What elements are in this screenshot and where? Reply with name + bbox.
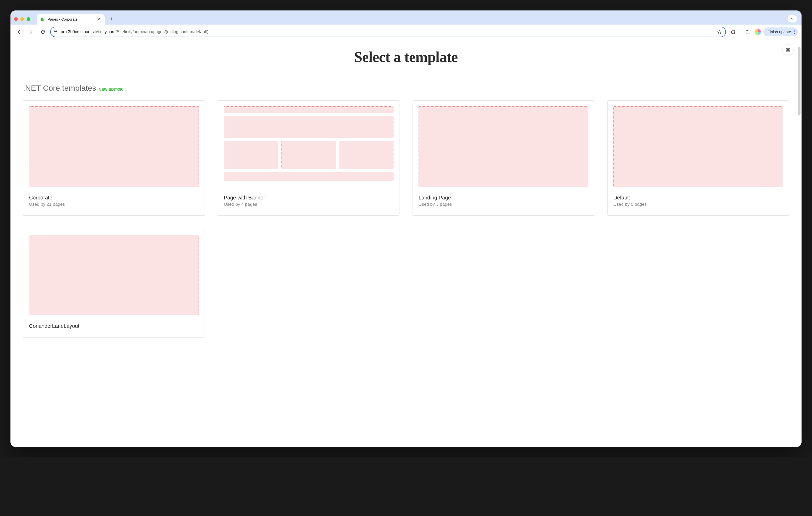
sitefinity-favicon-icon <box>40 17 45 22</box>
url-path: /Sitefinity/adminapp/pages/(dialog:confi… <box>116 30 208 34</box>
template-card[interactable]: Page with BannerUsed by 4 pages <box>218 100 400 216</box>
template-usage: Used by 4 pages <box>224 202 394 207</box>
close-dialog-button[interactable]: ✖ <box>782 44 794 56</box>
bookmark-star-icon[interactable] <box>716 29 723 35</box>
section-heading: .NET Core templates NEW EDITOR <box>23 84 789 93</box>
media-control-icon[interactable] <box>743 27 752 37</box>
template-card[interactable]: DefaultUsed by 0 pages <box>607 100 789 216</box>
dialog-content: ✖ Select a template .NET Core templates … <box>10 39 802 447</box>
extensions-icon[interactable] <box>728 27 738 37</box>
site-info-icon[interactable] <box>53 30 58 34</box>
template-thumbnail <box>608 101 789 189</box>
template-info: Page with BannerUsed by 4 pages <box>218 189 400 215</box>
template-cards-grid: CorporateUsed by 21 pagesPage with Banne… <box>23 100 789 338</box>
template-usage: Used by 21 pages <box>29 202 199 207</box>
nav-reload-button[interactable] <box>38 27 48 37</box>
kebab-icon <box>794 30 795 34</box>
tab-strip: Pages - Corporate ✕ + <box>10 10 802 25</box>
template-info: CorianderLaneLayout <box>23 318 205 337</box>
browser-window: Pages - Corporate ✕ + <box>10 10 802 447</box>
url-text: pro.3b0ce.cloud.sitefinity.com/Sitefinit… <box>61 30 714 34</box>
template-usage: Used by 3 pages <box>418 202 588 207</box>
template-usage: Used by 0 pages <box>613 202 783 207</box>
window-close-button[interactable] <box>14 17 18 21</box>
browser-toolbar: pro.3b0ce.cloud.sitefinity.com/Sitefinit… <box>10 25 802 39</box>
tabs-dropdown-button[interactable] <box>788 15 797 23</box>
template-thumbnail <box>23 229 205 318</box>
window-controls <box>14 17 30 21</box>
tab-close-button[interactable]: ✕ <box>96 17 101 22</box>
scrollbar[interactable] <box>798 47 801 115</box>
new-editor-badge: NEW EDITOR <box>99 87 123 91</box>
template-card[interactable]: CorporateUsed by 21 pages <box>23 100 205 216</box>
finish-update-button[interactable]: Finish update <box>763 27 798 36</box>
address-bar[interactable]: pro.3b0ce.cloud.sitefinity.com/Sitefinit… <box>50 27 726 37</box>
template-info: DefaultUsed by 0 pages <box>608 189 789 215</box>
templates-section: .NET Core templates NEW EDITOR Corporate… <box>10 84 802 338</box>
profile-avatar[interactable] <box>754 29 761 35</box>
template-info: Landing PageUsed by 3 pages <box>413 189 594 215</box>
template-name: Default <box>613 195 783 201</box>
url-host: pro.3b0ce.cloud.sitefinity.com <box>61 30 116 34</box>
template-card[interactable]: Landing PageUsed by 3 pages <box>412 100 594 216</box>
template-thumbnail <box>413 101 594 189</box>
page-title: Select a template <box>10 39 802 65</box>
tab-title: Pages - Corporate <box>48 17 94 22</box>
section-label: .NET Core templates <box>23 84 96 93</box>
nav-forward-button[interactable] <box>26 27 36 37</box>
svg-point-1 <box>56 33 57 33</box>
browser-tab[interactable]: Pages - Corporate ✕ <box>37 14 105 25</box>
new-tab-button[interactable]: + <box>107 14 116 24</box>
template-name: CorianderLaneLayout <box>29 323 199 329</box>
template-name: Corporate <box>29 195 199 201</box>
browser-chrome: Pages - Corporate ✕ + <box>10 10 802 39</box>
template-name: Page with Banner <box>224 195 394 201</box>
finish-update-label: Finish update <box>767 30 791 34</box>
template-thumbnail <box>23 101 205 189</box>
template-name: Landing Page <box>418 195 588 201</box>
window-maximize-button[interactable] <box>27 17 30 21</box>
template-thumbnail <box>218 101 400 189</box>
template-info: CorporateUsed by 21 pages <box>23 189 205 215</box>
template-card[interactable]: CorianderLaneLayout <box>23 229 205 338</box>
svg-point-0 <box>56 30 57 31</box>
window-minimize-button[interactable] <box>21 17 24 21</box>
nav-back-button[interactable] <box>14 27 24 37</box>
